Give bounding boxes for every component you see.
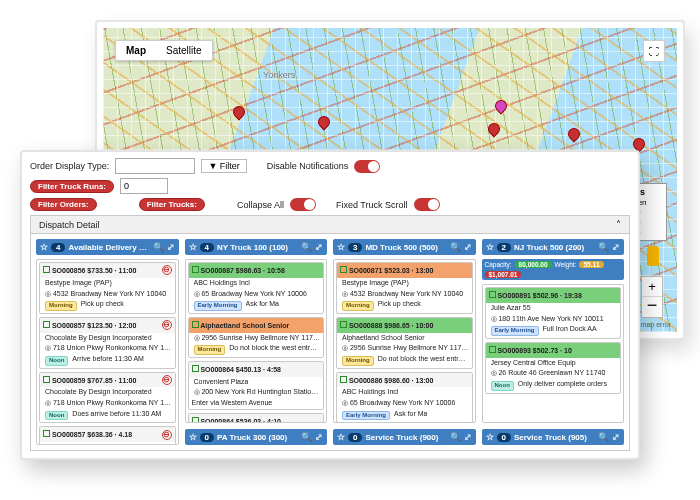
order-count-badge: 2 xyxy=(497,243,511,252)
truck-column-header[interactable]: ☆2NJ Truck 500 (200)🔍⤢ xyxy=(482,239,625,255)
truck-column-header[interactable]: ☆4NY Truck 100 (100)🔍⤢ xyxy=(185,239,328,255)
time-window-tag: Morning xyxy=(342,356,374,366)
truck-column: ☆4Available Delivery Orders🔍⤢ SO000856 $… xyxy=(36,239,179,445)
time-window-tag: Noon xyxy=(45,411,68,421)
checkbox-icon[interactable] xyxy=(192,417,199,423)
column-title: NY Truck 100 (100) xyxy=(217,243,288,252)
checkbox-icon[interactable] xyxy=(43,321,50,328)
expand-icon[interactable]: ⤢ xyxy=(464,242,472,252)
checkbox-icon[interactable] xyxy=(489,346,496,353)
expand-icon[interactable]: ⤢ xyxy=(612,432,620,442)
checkbox-icon[interactable] xyxy=(43,266,50,273)
checkbox-icon[interactable] xyxy=(192,321,199,328)
remove-icon[interactable]: ⊖ xyxy=(162,430,172,440)
search-icon[interactable]: 🔍 xyxy=(301,432,312,442)
pegman-icon[interactable] xyxy=(647,246,659,266)
map-city-label: Yonkers xyxy=(263,70,295,80)
order-count-badge: 0 xyxy=(497,433,511,442)
filter-trucks-label: Filter Trucks: xyxy=(139,198,205,211)
checkbox-icon[interactable] xyxy=(192,266,199,273)
order-card[interactable]: SO000856 $733.50 · 11:00⊖Bestype Image (… xyxy=(39,262,176,314)
fixed-truck-scroll-toggle[interactable] xyxy=(414,198,440,211)
disable-notifications-toggle[interactable] xyxy=(354,160,380,173)
fullscreen-button[interactable]: ⛶ xyxy=(643,40,665,62)
checkbox-icon[interactable] xyxy=(340,266,347,273)
order-card[interactable]: SO000857 $123.50 · 12:00⊖Chocolate By De… xyxy=(39,317,176,369)
map-type-tabs: Map Satellite xyxy=(115,40,213,61)
zoom-in-button[interactable]: + xyxy=(642,277,662,297)
checkbox-icon[interactable] xyxy=(489,291,496,298)
remove-icon[interactable]: ⊖ xyxy=(162,320,172,330)
time-window-tag: Morning xyxy=(45,301,77,311)
remove-icon[interactable]: ⊖ xyxy=(162,375,172,385)
order-card[interactable]: SO000887 $986.63 · 10:58ABC Holdings Inc… xyxy=(188,262,325,314)
tab-map[interactable]: Map xyxy=(116,41,156,60)
dispatch-panel: Order Display Type: ▼ Filter Disable Not… xyxy=(20,150,640,460)
star-icon: ☆ xyxy=(189,242,197,252)
truck-column: ☆2NJ Truck 500 (200)🔍⤢Capacity:80,000.00… xyxy=(482,239,625,445)
remove-icon[interactable]: ⊖ xyxy=(162,265,172,275)
search-icon[interactable]: 🔍 xyxy=(153,242,164,252)
checkbox-icon[interactable] xyxy=(43,430,50,437)
column-title: PA Truck 300 (300) xyxy=(217,433,287,442)
column-title: Service Truck (900) xyxy=(365,433,438,442)
star-icon: ☆ xyxy=(486,242,494,252)
column-title: Available Delivery Orders xyxy=(68,243,149,252)
fullscreen-icon: ⛶ xyxy=(649,46,659,57)
order-count-badge: 0 xyxy=(348,433,362,442)
order-card[interactable]: SO000864 $536.03 · 4:10Jersey Central Of… xyxy=(188,413,325,423)
expand-icon[interactable]: ⤢ xyxy=(315,432,323,442)
time-window-tag: Noon xyxy=(45,356,68,366)
star-icon: ☆ xyxy=(486,432,494,442)
checkbox-icon[interactable] xyxy=(340,321,347,328)
collapse-all-label: Collapse All xyxy=(237,200,284,210)
chevron-up-icon: ˄ xyxy=(616,219,621,230)
order-card[interactable]: SO000886 $986.60 · 13:00ABC Holdings Inc… xyxy=(336,372,473,424)
truck-column-header[interactable]: ☆0PA Truck 300 (300)🔍⤢ xyxy=(185,429,328,445)
truck-column-header[interactable]: ☆0Service Truck (900)🔍⤢ xyxy=(333,429,476,445)
truck-column-header[interactable]: ☆4Available Delivery Orders🔍⤢ xyxy=(36,239,179,255)
checkbox-icon[interactable] xyxy=(43,376,50,383)
filter-button[interactable]: ▼ Filter xyxy=(201,159,246,173)
zoom-out-button[interactable]: − xyxy=(642,297,662,317)
column-body: SO000891 $502.96 · 19:38Julie Azar 55◎ 1… xyxy=(482,284,625,423)
expand-icon[interactable]: ⤢ xyxy=(315,242,323,252)
order-card[interactable]: SO000871 $523.03 · 13:00Bestype Image (P… xyxy=(336,262,473,314)
order-card[interactable]: Alphaetland School Senior◎ 2956 Sunrise … xyxy=(188,317,325,358)
search-icon[interactable]: 🔍 xyxy=(598,432,609,442)
order-card[interactable]: SO000864 $450.13 · 4:58Convenient Plaza◎… xyxy=(188,361,325,410)
order-card[interactable]: SO000888 $986.65 · 10:00Alphaetland Scho… xyxy=(336,317,473,369)
search-icon[interactable]: 🔍 xyxy=(598,242,609,252)
truck-column: ☆4NY Truck 100 (100)🔍⤢ SO000887 $986.63 … xyxy=(185,239,328,445)
truck-column-header[interactable]: ☆0Service Truck (905)🔍⤢ xyxy=(482,429,625,445)
order-card[interactable]: SO000859 $767.85 · 11:00⊖Chocolate By De… xyxy=(39,372,176,424)
checkbox-icon[interactable] xyxy=(340,376,347,383)
star-icon: ☆ xyxy=(337,432,345,442)
column-body: SO000871 $523.03 · 13:00Bestype Image (P… xyxy=(333,259,476,423)
expand-icon[interactable]: ⤢ xyxy=(612,242,620,252)
fixed-truck-scroll-label: Fixed Truck Scroll xyxy=(336,200,408,210)
tab-satellite[interactable]: Satellite xyxy=(156,41,212,60)
time-window-tag: Morning xyxy=(194,345,226,355)
column-body: SO000856 $733.50 · 11:00⊖Bestype Image (… xyxy=(36,259,179,445)
search-icon[interactable]: 🔍 xyxy=(450,432,461,442)
truck-column-header[interactable]: ☆3MD Truck 500 (500)🔍⤢ xyxy=(333,239,476,255)
expand-icon[interactable]: ⤢ xyxy=(167,242,175,252)
collapse-all-toggle[interactable] xyxy=(290,198,316,211)
order-display-type-select[interactable] xyxy=(115,158,195,174)
order-card[interactable]: SO000893 $502.73 · 10Jersey Central Offi… xyxy=(485,342,622,394)
filter-truck-runs-input[interactable] xyxy=(120,178,168,194)
expand-icon[interactable]: ⤢ xyxy=(464,432,472,442)
search-icon[interactable]: 🔍 xyxy=(450,242,461,252)
time-window-tag: Morning xyxy=(342,301,374,311)
zoom-control: + − xyxy=(641,276,663,318)
checkbox-icon[interactable] xyxy=(192,365,199,372)
disable-notifications-label: Disable Notifications xyxy=(267,161,349,171)
column-title: MD Truck 500 (500) xyxy=(365,243,437,252)
order-card[interactable]: SO000857 $638.36 · 4.18⊖New Vision 110 H… xyxy=(39,426,176,445)
dispatch-detail-tab[interactable]: Dispatch Detail ˄ xyxy=(30,215,630,233)
column-title: Service Truck (905) xyxy=(514,433,587,442)
search-icon[interactable]: 🔍 xyxy=(301,242,312,252)
order-card[interactable]: SO000891 $502.96 · 19:38Julie Azar 55◎ 1… xyxy=(485,287,622,339)
order-count-badge: 4 xyxy=(200,243,214,252)
